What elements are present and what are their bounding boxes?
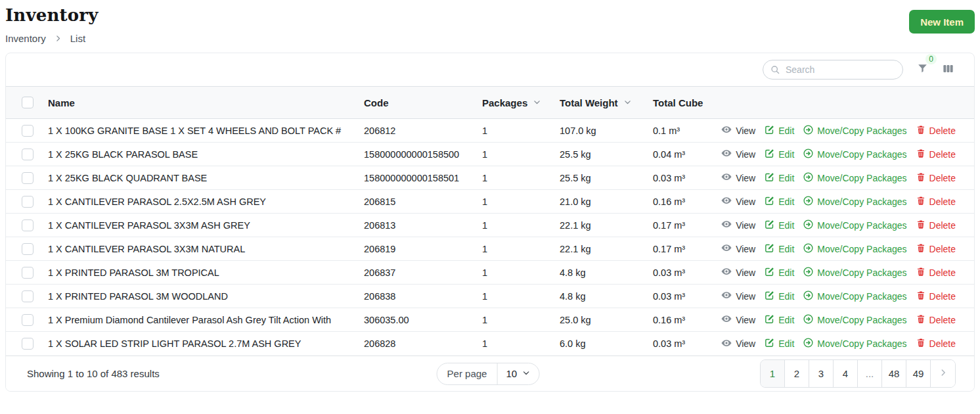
row-checkbox[interactable] xyxy=(22,196,33,208)
item-packages: 1 xyxy=(482,196,560,207)
row-actions: View Edit Move/Copy Packages xyxy=(719,147,956,161)
edit-button[interactable]: Edit xyxy=(764,290,794,303)
breadcrumb: Inventory List xyxy=(5,33,99,44)
item-packages: 1 xyxy=(482,220,560,231)
view-button[interactable]: View xyxy=(721,289,755,303)
row-checkbox[interactable] xyxy=(22,243,33,255)
edit-button[interactable]: Edit xyxy=(764,148,794,161)
row-checkbox[interactable] xyxy=(22,219,33,231)
move-copy-button[interactable]: Move/Copy Packages xyxy=(803,266,906,279)
edit-button[interactable]: Edit xyxy=(764,172,794,185)
view-button[interactable]: View xyxy=(721,265,755,279)
row-checkbox[interactable] xyxy=(22,149,33,160)
move-copy-button[interactable]: Move/Copy Packages xyxy=(803,219,906,232)
page-button[interactable]: 2 xyxy=(785,360,809,387)
item-cube: 0.03 m³ xyxy=(653,173,719,183)
move-copy-button[interactable]: Move/Copy Packages xyxy=(803,337,906,350)
select-all-checkbox[interactable] xyxy=(22,97,33,108)
page-button[interactable]: 1 xyxy=(761,360,785,387)
item-code: 206812 xyxy=(364,126,482,136)
delete-button[interactable]: Delete xyxy=(916,195,956,208)
row-actions: View Edit Move/Copy Packages xyxy=(719,124,956,137)
item-cube: 0.03 m³ xyxy=(653,267,719,278)
new-item-button[interactable]: New Item xyxy=(909,10,975,34)
item-code: 206819 xyxy=(364,244,482,254)
edit-button[interactable]: Edit xyxy=(764,313,794,327)
delete-button[interactable]: Delete xyxy=(916,148,956,161)
columns-button[interactable] xyxy=(942,62,954,78)
column-header-name: Name xyxy=(48,97,364,108)
delete-button[interactable]: Delete xyxy=(916,242,956,256)
move-copy-button[interactable]: Move/Copy Packages xyxy=(803,148,906,161)
item-cube: 0.1 m³ xyxy=(653,126,719,136)
trash-icon xyxy=(916,219,926,232)
edit-button[interactable]: Edit xyxy=(764,195,794,208)
view-button[interactable]: View xyxy=(721,195,755,208)
chevron-down-icon xyxy=(623,97,632,108)
move-copy-button[interactable]: Move/Copy Packages xyxy=(803,290,906,303)
edit-button[interactable]: Edit xyxy=(764,242,794,256)
delete-button[interactable]: Delete xyxy=(916,313,956,327)
view-button[interactable]: View xyxy=(721,124,755,137)
row-actions: View Edit Move/Copy Packages xyxy=(719,195,956,208)
edit-button[interactable]: Edit xyxy=(764,266,794,279)
move-copy-button[interactable]: Move/Copy Packages xyxy=(803,195,906,208)
next-page-button[interactable] xyxy=(931,360,955,387)
search-input[interactable] xyxy=(763,60,903,80)
delete-button[interactable]: Delete xyxy=(916,266,956,279)
edit-button[interactable]: Edit xyxy=(764,337,794,350)
row-checkbox[interactable] xyxy=(22,338,33,350)
row-checkbox[interactable] xyxy=(22,267,33,279)
pencil-square-icon xyxy=(764,172,775,185)
delete-button[interactable]: Delete xyxy=(916,124,956,137)
view-button[interactable]: View xyxy=(721,171,755,185)
table-row: 1 X 25KG BLACK QUADRANT BASE 15800000000… xyxy=(6,166,974,190)
item-name: 1 X 25KG BLACK QUADRANT BASE xyxy=(48,173,364,183)
view-button[interactable]: View xyxy=(721,147,755,161)
column-header-code: Code xyxy=(364,97,482,108)
view-button[interactable]: View xyxy=(721,313,755,327)
edit-button[interactable]: Edit xyxy=(764,219,794,232)
row-checkbox[interactable] xyxy=(22,314,33,326)
row-actions: View Edit Move/Copy Packages xyxy=(719,265,956,279)
delete-button[interactable]: Delete xyxy=(916,337,956,350)
page-button[interactable]: 48 xyxy=(882,360,906,387)
arrow-circle-right-icon xyxy=(803,172,814,185)
move-copy-button[interactable]: Move/Copy Packages xyxy=(803,242,906,256)
per-page-select[interactable]: Per page 10 xyxy=(437,363,540,385)
view-button[interactable]: View xyxy=(721,218,755,232)
page-button[interactable]: 3 xyxy=(809,360,834,387)
item-packages: 1 xyxy=(482,315,560,325)
move-copy-button[interactable]: Move/Copy Packages xyxy=(803,313,906,327)
column-header-packages[interactable]: Packages xyxy=(482,97,560,108)
row-checkbox[interactable] xyxy=(22,290,33,302)
item-name: 1 X PRINTED PARASOL 3M TROPICAL xyxy=(48,267,364,278)
breadcrumb-parent[interactable]: Inventory xyxy=(5,33,46,44)
item-name: 1 X CANTILEVER PARASOL 2.5X2.5M ASH GREY xyxy=(48,196,364,207)
edit-button[interactable]: Edit xyxy=(764,124,794,137)
delete-button[interactable]: Delete xyxy=(916,290,956,303)
item-name: 1 X PRINTED PARASOL 3M WOODLAND xyxy=(48,291,364,302)
item-name: 1 X SOLAR LED STRIP LIGHT PARASOL 2.7M A… xyxy=(48,338,364,349)
eye-icon xyxy=(721,337,732,351)
item-cube: 0.03 m³ xyxy=(653,291,719,302)
page-button[interactable]: 49 xyxy=(906,360,931,387)
item-packages: 1 xyxy=(482,244,560,254)
filter-button[interactable]: 0 xyxy=(916,62,929,78)
view-button[interactable]: View xyxy=(721,242,755,256)
page-button[interactable]: 4 xyxy=(834,360,858,387)
column-header-weight[interactable]: Total Weight xyxy=(560,97,653,108)
move-copy-button[interactable]: Move/Copy Packages xyxy=(803,124,906,137)
trash-icon xyxy=(916,337,926,350)
trash-icon xyxy=(916,266,926,279)
item-code: 206815 xyxy=(364,196,482,207)
delete-button[interactable]: Delete xyxy=(916,172,956,185)
view-button[interactable]: View xyxy=(721,337,755,351)
item-packages: 1 xyxy=(482,149,560,160)
item-code: 306035.00 xyxy=(364,315,482,325)
row-checkbox[interactable] xyxy=(22,125,33,137)
delete-button[interactable]: Delete xyxy=(916,219,956,232)
row-checkbox[interactable] xyxy=(22,172,33,184)
move-copy-button[interactable]: Move/Copy Packages xyxy=(803,172,906,185)
table-footer: Showing 1 to 10 of 483 results Per page … xyxy=(6,356,974,391)
